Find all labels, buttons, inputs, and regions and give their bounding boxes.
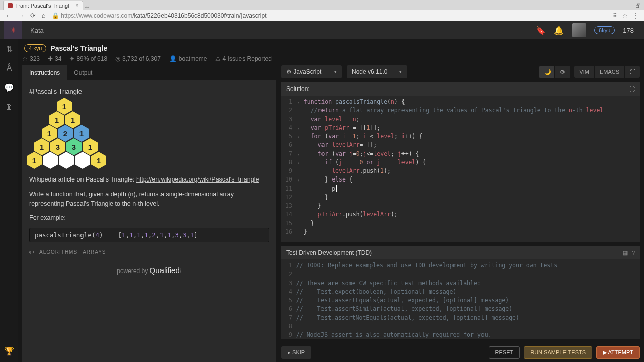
warning-icon: ⚠ bbox=[215, 55, 221, 62]
language-select[interactable]: ⚙ JavaScript ▾ bbox=[281, 65, 342, 78]
tab-title: Train: Pascal's Triangl bbox=[15, 3, 69, 9]
back-icon[interactable]: ← bbox=[5, 12, 12, 19]
trophy-icon[interactable]: 🏆 bbox=[4, 346, 14, 356]
theme-toggle[interactable]: 🌙 bbox=[539, 66, 554, 78]
help-icon[interactable]: ? bbox=[632, 250, 635, 256]
powered-by: powered by Qualified⁞ bbox=[29, 266, 269, 275]
compass-icon[interactable]: Å bbox=[7, 64, 12, 73]
browser-tabs-bar: Train: Pascal's Triangl × ▱ 🗗 bbox=[0, 0, 644, 10]
issues-link[interactable]: 4 Issues Reported bbox=[223, 55, 272, 62]
bell-icon[interactable]: 🔔 bbox=[554, 26, 564, 35]
editor-mode-vim[interactable]: VIM bbox=[574, 66, 594, 78]
instructions-heading: #Pascal's Triangle bbox=[29, 87, 269, 95]
chevron-down-icon: ▾ bbox=[399, 69, 402, 74]
left-rail: ⇅ Å 💬 🗎 🏆 bbox=[0, 39, 18, 362]
target-icon: ◎ bbox=[115, 55, 120, 62]
bookmark-icon[interactable]: 🔖 bbox=[536, 26, 546, 35]
reset-button[interactable]: RESET bbox=[489, 346, 520, 359]
favicon bbox=[8, 3, 13, 8]
solution-label: Solution: bbox=[286, 85, 310, 93]
user-rank-badge: 6kyu bbox=[594, 26, 615, 34]
settings-icon[interactable]: ⚙ bbox=[555, 66, 570, 78]
satisfaction-icon: ✈ bbox=[69, 55, 74, 62]
tab-close-icon[interactable]: × bbox=[75, 3, 78, 8]
tab-output[interactable]: Output bbox=[67, 65, 99, 80]
chevron-down-icon: ▾ bbox=[334, 69, 337, 74]
expand-icon[interactable]: ⛶ bbox=[629, 86, 635, 92]
editor-mode-emacs[interactable]: EMACS bbox=[595, 66, 624, 78]
wiki-link[interactable]: http://en.wikipedia.org/wiki/Pascal's_tr… bbox=[136, 176, 259, 183]
tag-icon: 🏷 bbox=[29, 249, 34, 255]
honor-score: 178 bbox=[623, 27, 634, 34]
pascals-triangle-diagram: 1 11 121 1331 11 bbox=[26, 98, 269, 169]
fullscreen-icon[interactable]: ⛶ bbox=[625, 66, 640, 78]
solution-editor[interactable]: 1 ▾2 3 4 ▾5 ▾6 7 ▾8 ▾9 10 ▾11 12 13 14 1… bbox=[281, 96, 640, 242]
tab-instructions[interactable]: Instructions bbox=[22, 65, 67, 80]
chat-icon[interactable]: 💬 bbox=[4, 83, 14, 93]
translate-icon[interactable]: ⠿ bbox=[613, 12, 617, 19]
bookmark-icon: ✚ bbox=[48, 55, 53, 62]
attempt-button[interactable]: ▶ ATTEMPT bbox=[596, 346, 640, 359]
grid-icon[interactable]: ▦ bbox=[623, 250, 628, 256]
url-input[interactable]: 🔒 https://www.codewars.com/kata/5226eb40… bbox=[52, 12, 607, 19]
menu-icon[interactable]: ⋮ bbox=[633, 12, 639, 19]
browser-tab[interactable]: Train: Pascal's Triangl × bbox=[3, 1, 83, 10]
kata-rank-badge: 4 kyu bbox=[24, 44, 46, 52]
address-bar: ← → ⟳ ⌂ 🔒 https://www.codewars.com/kata/… bbox=[0, 10, 644, 21]
skip-button[interactable]: ▸ SKIP bbox=[281, 346, 311, 359]
compare-icon[interactable]: ⇅ bbox=[6, 44, 13, 54]
star-icon[interactable]: ☆ bbox=[622, 12, 628, 19]
tdd-label: Test Driven Development (TDD) bbox=[286, 249, 372, 256]
tag[interactable]: ARRAYS bbox=[83, 249, 106, 255]
lock-icon: 🔒 bbox=[52, 12, 59, 19]
forward-icon[interactable]: → bbox=[18, 12, 24, 19]
top-nav: ✴ Kata 🔖 🔔 6kyu 178 bbox=[0, 21, 644, 39]
instructions-panel: #Pascal's Triangle 1 11 121 1331 11 Wiki… bbox=[22, 80, 276, 362]
for-example-label: For example: bbox=[29, 213, 269, 223]
home-icon[interactable]: ⌂ bbox=[42, 12, 46, 19]
kata-title: Pascal's Triangle bbox=[50, 44, 107, 52]
avatar[interactable] bbox=[572, 23, 586, 37]
new-tab-button[interactable]: ▱ bbox=[85, 3, 89, 10]
gear-icon: ⚙ bbox=[286, 68, 292, 75]
nav-kata[interactable]: Kata bbox=[22, 27, 52, 34]
user-icon: 👤 bbox=[169, 55, 177, 62]
runtime-select[interactable]: Node v6.11.0 ▾ bbox=[347, 65, 407, 78]
doc-icon[interactable]: 🗎 bbox=[5, 103, 13, 112]
star-icon: ☆ bbox=[22, 55, 28, 62]
author-link[interactable]: boatmeme bbox=[179, 55, 207, 62]
reload-icon[interactable]: ⟳ bbox=[30, 12, 36, 19]
window-restore-icon[interactable]: 🗗 bbox=[632, 2, 644, 10]
stats-row: ☆323 ✚34 ✈89% of 618 ◎3,732 of 6,307 👤bo… bbox=[22, 55, 640, 65]
task-description: Write a function that, given a depth (n)… bbox=[29, 190, 269, 209]
tdd-editor[interactable]: 123456789101112131415 // TODO: Replace e… bbox=[281, 259, 640, 339]
code-example: pascalsTriangle(4) == [1,1,1,1,2,1,1,3,3… bbox=[29, 228, 269, 242]
run-sample-tests-button[interactable]: RUN SAMPLE TESTS bbox=[524, 346, 592, 359]
wiki-label: Wikipedia article on Pascal's Triangle: bbox=[29, 176, 134, 183]
codewars-logo[interactable]: ✴ bbox=[4, 21, 22, 39]
tag[interactable]: ALGORITHMS bbox=[39, 249, 77, 255]
